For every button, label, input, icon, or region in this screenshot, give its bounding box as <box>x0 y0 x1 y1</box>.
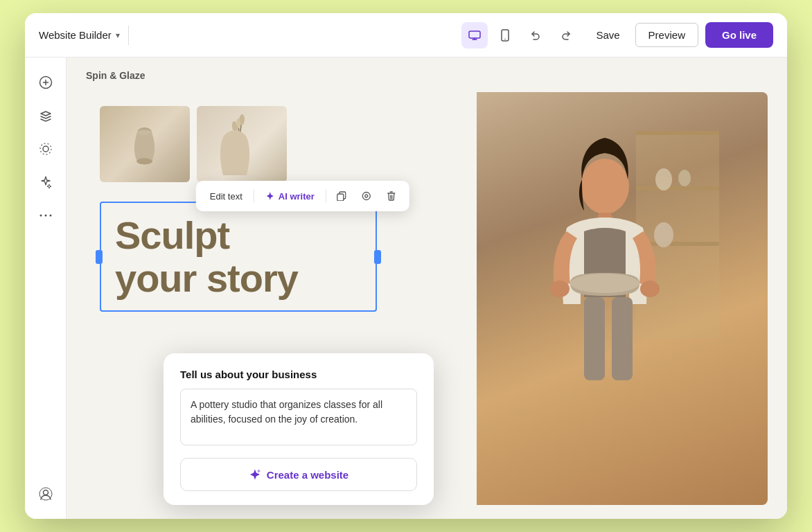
preview-btn[interactable] <box>355 185 378 207</box>
main-area: Spin & Glaze <box>25 57 787 519</box>
site-right <box>477 92 768 505</box>
image-row <box>100 106 463 182</box>
svg-point-8 <box>49 215 51 217</box>
desktop-view-btn[interactable] <box>461 22 488 48</box>
svg-point-7 <box>44 215 46 217</box>
create-website-btn[interactable]: Create a website <box>180 458 417 491</box>
sidebar <box>25 57 67 519</box>
canvas-area: Spin & Glaze <box>67 57 787 519</box>
svg-rect-26 <box>636 186 719 190</box>
svg-point-33 <box>550 281 570 297</box>
preview-button[interactable]: Preview <box>635 23 698 47</box>
floating-toolbar: Edit text AI writer <box>196 181 409 211</box>
svg-point-10 <box>39 488 52 500</box>
svg-point-22 <box>362 193 370 200</box>
svg-point-23 <box>365 195 368 197</box>
svg-point-29 <box>678 170 691 186</box>
svg-rect-25 <box>636 131 719 135</box>
pottery-thumb-1 <box>100 106 190 182</box>
undo-btn[interactable] <box>522 22 549 48</box>
svg-point-30 <box>654 222 673 247</box>
resize-handle-right[interactable] <box>374 250 381 264</box>
create-website-label: Create a website <box>267 469 348 481</box>
golive-button[interactable]: Go live <box>705 22 773 48</box>
mobile-view-btn[interactable] <box>492 22 518 48</box>
topbar-right: Save Preview Go live <box>588 22 773 48</box>
edit-text-btn[interactable]: Edit text <box>203 187 249 206</box>
svg-point-5 <box>40 143 51 154</box>
svg-point-12 <box>136 158 152 164</box>
sidebar-more[interactable] <box>32 202 60 229</box>
svg-point-2 <box>505 38 506 39</box>
sidebar-ai[interactable] <box>32 168 60 196</box>
svg-point-4 <box>43 146 48 152</box>
pottery-photo <box>477 92 768 505</box>
ai-writer-label: AI writer <box>279 191 315 202</box>
topbar-left: Website Builder ▾ <box>39 26 453 45</box>
svg-rect-0 <box>469 31 480 38</box>
sidebar-account[interactable] <box>32 480 60 508</box>
svg-point-35 <box>570 274 639 293</box>
ai-card: Tell us about your business Create a web… <box>164 353 434 505</box>
text-selection-box[interactable]: Sculpt your story <box>100 202 377 312</box>
copy-btn[interactable] <box>330 185 353 207</box>
ai-textarea[interactable] <box>180 389 417 445</box>
resize-handle-left[interactable] <box>96 250 103 264</box>
sparkle-icon <box>265 191 275 201</box>
toolbar-divider-2 <box>326 189 326 203</box>
svg-point-34 <box>640 281 660 297</box>
hero-text: Sculpt your story <box>115 214 362 299</box>
chevron-icon: ▾ <box>116 30 120 40</box>
svg-rect-37 <box>612 297 633 380</box>
create-sparkle-icon <box>249 468 261 481</box>
sidebar-add-element[interactable] <box>32 69 60 96</box>
svg-point-31 <box>581 159 629 214</box>
topbar-divider <box>128 26 129 45</box>
save-button[interactable]: Save <box>588 24 628 46</box>
sidebar-design[interactable] <box>32 135 60 163</box>
svg-point-28 <box>655 168 672 190</box>
topbar-center <box>461 22 579 48</box>
topbar: Website Builder ▾ <box>25 13 787 57</box>
browser-window: Website Builder ▾ <box>25 13 787 519</box>
svg-point-9 <box>43 490 48 495</box>
pottery-thumb-2 <box>197 106 287 182</box>
ai-card-title: Tell us about your business <box>180 369 417 380</box>
svg-point-6 <box>39 215 42 217</box>
delete-btn[interactable] <box>380 185 403 207</box>
site-label: Spin & Glaze <box>86 70 145 81</box>
toolbar-divider-1 <box>254 189 254 203</box>
svg-rect-21 <box>337 194 344 201</box>
sidebar-layers[interactable] <box>32 102 60 130</box>
svg-rect-36 <box>584 297 605 380</box>
brand-title: Website Builder <box>39 29 112 41</box>
ai-writer-btn[interactable]: AI writer <box>258 187 321 206</box>
redo-btn[interactable] <box>553 22 579 48</box>
svg-rect-24 <box>636 131 719 339</box>
svg-point-13 <box>137 130 152 134</box>
